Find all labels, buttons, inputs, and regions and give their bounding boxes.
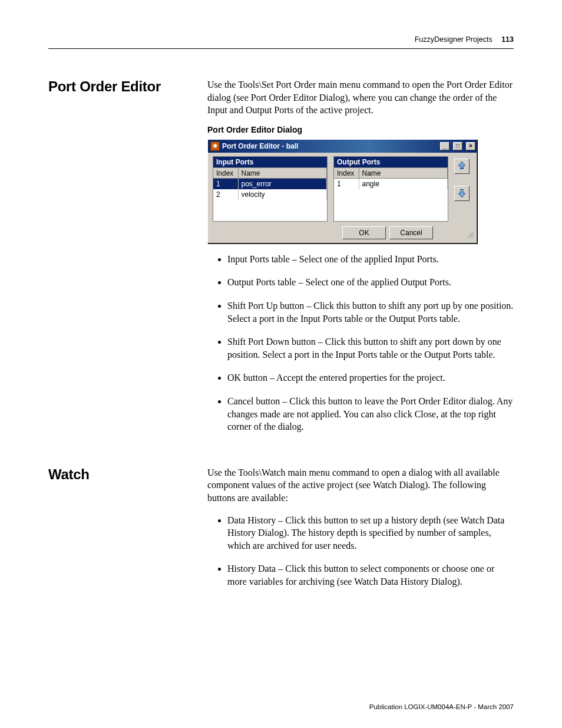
chapter-title: FuzzyDesigner Projects — [415, 35, 492, 44]
output-ports-header: Output Ports — [333, 156, 448, 167]
col-name-header: Name — [359, 168, 448, 179]
col-name-header: Name — [238, 168, 327, 179]
page-header: FuzzyDesigner Projects 113 — [48, 35, 514, 49]
figure-caption: Port Order Editor Dialog — [207, 125, 514, 134]
page-number: 113 — [501, 35, 514, 44]
port-name: pos_error — [238, 179, 327, 189]
bullet-item: History Data – Click this button to sele… — [227, 562, 514, 588]
bullet-item: Output Ports table – Select one of the a… — [227, 276, 514, 289]
bullet-item: Shift Port Up button – Click this button… — [227, 299, 514, 325]
shift-up-button[interactable] — [454, 159, 470, 174]
table-row[interactable]: 1pos_error — [213, 179, 327, 189]
cancel-button[interactable]: Cancel — [389, 226, 433, 239]
resize-grip-icon — [466, 230, 474, 238]
bullet-item: Data History – Click this button to set … — [227, 514, 514, 552]
bullet-item: Cancel button – Click this button to lea… — [227, 395, 514, 433]
minimize-button[interactable]: _ — [440, 142, 449, 150]
input-ports-header: Input Ports — [213, 156, 328, 167]
app-icon: ✱ — [210, 141, 220, 151]
section2-bullet-list: Data History – Click this button to set … — [207, 514, 514, 588]
port-index: 2 — [213, 189, 238, 200]
dialog-title: Port Order Editor - ball — [222, 142, 437, 150]
input-ports-table[interactable]: Index Name 1pos_error2velocity — [213, 167, 328, 222]
col-index-header: Index — [334, 168, 359, 179]
svg-line-6 — [472, 236, 474, 238]
bullet-item: Input Ports table – Select one of the ap… — [227, 253, 514, 266]
section2-intro: Use the Tools\Watch main menu command to… — [207, 466, 514, 505]
shift-down-button[interactable] — [454, 186, 470, 201]
dialog-titlebar: ✱ Port Order Editor - ball _ □ × — [208, 140, 477, 153]
close-button[interactable]: × — [466, 142, 475, 150]
port-index: 1 — [213, 179, 238, 189]
svg-marker-3 — [458, 192, 465, 197]
maximize-button[interactable]: □ — [453, 142, 462, 150]
port-order-dialog: ✱ Port Order Editor - ball _ □ × Input P… — [207, 139, 477, 243]
section-heading-watch: Watch — [48, 466, 190, 483]
port-name: angle — [359, 179, 448, 189]
port-index: 1 — [334, 179, 359, 189]
section1-bullet-list: Input Ports table – Select one of the ap… — [207, 253, 514, 433]
arrow-down-icon — [457, 189, 467, 198]
port-name: velocity — [238, 189, 327, 200]
section1-intro: Use the Tools\Set Port Order main menu c… — [207, 78, 514, 117]
resize-grip[interactable] — [464, 229, 472, 237]
table-row[interactable]: 2velocity — [213, 189, 327, 200]
section-heading-port-order: Port Order Editor — [48, 78, 190, 95]
arrow-up-icon — [457, 162, 467, 171]
page-footer: Publication LOGIX-UM004A-EN-P - March 20… — [369, 703, 514, 710]
ok-button[interactable]: OK — [342, 226, 386, 239]
svg-marker-0 — [458, 162, 465, 167]
bullet-item: OK button – Accept the entered propertie… — [227, 371, 514, 384]
output-ports-table[interactable]: Index Name 1angle — [333, 167, 448, 222]
table-row[interactable]: 1angle — [334, 179, 448, 189]
col-index-header: Index — [213, 168, 238, 179]
bullet-item: Shift Port Down button – Click this butt… — [227, 335, 514, 361]
